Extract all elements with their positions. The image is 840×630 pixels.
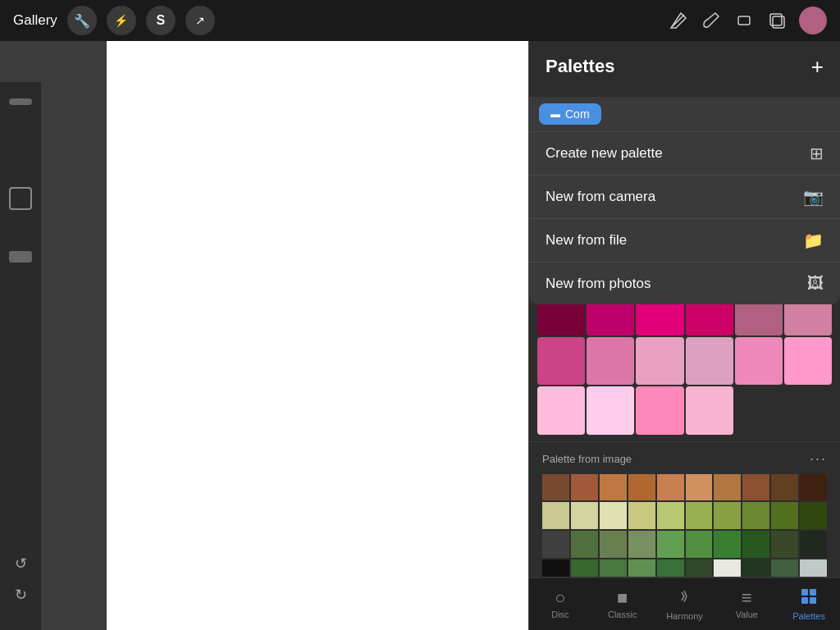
eraser-button[interactable] — [733, 10, 755, 31]
classic-icon: ■ — [617, 589, 628, 607]
nav-classic[interactable]: ■ Classic — [591, 578, 654, 630]
wrench-button[interactable]: 🔧 — [67, 6, 97, 35]
palette-list[interactable]: ✓ Untitled Palette from image ··· — [529, 251, 840, 630]
svg-rect-5 — [801, 597, 808, 604]
swatch[interactable] — [537, 337, 585, 385]
img-swatch[interactable] — [714, 474, 741, 501]
new-from-camera-item[interactable]: New from camera 📷 — [529, 175, 840, 218]
nav-harmony[interactable]: Harmony — [654, 578, 716, 630]
new-from-photos-item[interactable]: New from photos 🖼 — [529, 262, 840, 304]
selection-button[interactable]: S — [146, 6, 176, 35]
palettes-bottom-nav: ○ Disc ■ Classic Harmony ≡ Value — [529, 577, 840, 630]
opacity-slider[interactable] — [9, 251, 32, 262]
img-swatch[interactable] — [714, 502, 741, 529]
swatch[interactable] — [686, 337, 733, 385]
adjustments-button[interactable]: ⚡ — [107, 6, 136, 35]
palettes-title: Palettes — [546, 56, 614, 77]
layers-button[interactable] — [766, 10, 788, 31]
img-swatch[interactable] — [742, 531, 769, 558]
avatar[interactable] — [799, 7, 827, 34]
img-swatch[interactable] — [628, 502, 655, 529]
tab-compact[interactable]: ▬ Com — [539, 103, 601, 125]
img-swatch[interactable] — [657, 531, 684, 558]
img-swatch[interactable] — [800, 502, 827, 529]
svg-rect-2 — [773, 16, 784, 28]
camera-icon: 📷 — [803, 187, 824, 207]
img-swatch[interactable] — [600, 531, 627, 558]
drawing-canvas[interactable] — [107, 41, 528, 630]
color-square[interactable] — [9, 187, 32, 210]
nav-value[interactable]: ≡ Value — [715, 578, 778, 630]
dropdown-menu: Create new palette ⊞ New from camera 📷 N… — [529, 131, 840, 304]
img-swatch[interactable] — [742, 502, 769, 529]
img-swatch[interactable] — [542, 474, 569, 501]
undo-button[interactable]: ↺ — [11, 555, 30, 574]
img-swatch[interactable] — [600, 502, 627, 529]
img-swatch[interactable] — [686, 502, 713, 529]
swatch[interactable] — [686, 386, 733, 434]
swatch[interactable] — [587, 386, 634, 434]
img-swatch[interactable] — [571, 502, 598, 529]
redo-button[interactable]: ↻ — [11, 586, 30, 605]
img-swatch[interactable] — [542, 502, 569, 529]
top-toolbar: Gallery 🔧 ⚡ S ↗ — [0, 0, 840, 41]
value-icon: ≡ — [742, 589, 752, 607]
nav-disc[interactable]: ○ Disc — [529, 578, 591, 630]
new-from-photos-label: New from photos — [546, 276, 651, 292]
new-from-file-item[interactable]: New from file 📁 — [529, 218, 840, 262]
img-swatch[interactable] — [657, 502, 684, 529]
img-swatch[interactable] — [771, 531, 798, 558]
brush-size-slider[interactable] — [9, 98, 32, 105]
disc-label: Disc — [551, 609, 568, 619]
img-swatch[interactable] — [714, 531, 741, 558]
value-label: Value — [736, 609, 758, 619]
img-swatch[interactable] — [686, 531, 713, 558]
harmony-icon — [675, 587, 693, 609]
gallery-button[interactable]: Gallery — [13, 12, 57, 29]
classic-label: Classic — [608, 609, 637, 619]
img-swatch[interactable] — [742, 474, 769, 501]
swatch[interactable] — [636, 337, 683, 385]
swatch[interactable] — [735, 337, 783, 385]
img-swatch[interactable] — [628, 531, 655, 558]
create-palette-item[interactable]: Create new palette ⊞ — [529, 131, 840, 175]
svg-rect-3 — [801, 589, 808, 596]
transform-button[interactable]: ↗ — [185, 6, 215, 35]
img-swatch[interactable] — [800, 474, 827, 501]
img-swatch[interactable] — [628, 474, 655, 501]
toolbar-left: Gallery 🔧 ⚡ S ↗ — [13, 6, 215, 35]
img-swatch[interactable] — [800, 531, 827, 558]
svg-rect-6 — [810, 597, 816, 604]
brush-button[interactable] — [701, 10, 722, 31]
pen-tool-button[interactable] — [668, 10, 689, 31]
img-swatch[interactable] — [542, 531, 569, 558]
dropdown-overlay: ▬ Com Create new palette ⊞ New from came… — [529, 97, 840, 304]
tab-compact-icon: ▬ — [550, 108, 560, 120]
add-palette-button[interactable]: + — [811, 56, 824, 77]
nav-palettes[interactable]: Palettes — [778, 578, 840, 630]
swatch[interactable] — [784, 337, 832, 385]
palettes-panel: Palettes + ▬ Com Create new palette ⊞ Ne… — [528, 41, 840, 630]
tab-compact-label: Com — [565, 107, 590, 121]
swatch[interactable] — [537, 386, 585, 434]
img-swatch[interactable] — [571, 531, 598, 558]
img-swatch[interactable] — [657, 474, 684, 501]
img-swatch[interactable] — [600, 474, 627, 501]
palette-1-swatches — [542, 474, 827, 587]
swatch[interactable] — [587, 337, 634, 385]
img-swatch[interactable] — [571, 474, 598, 501]
new-from-camera-label: New from camera — [546, 189, 655, 205]
palette-section-1-more[interactable]: ··· — [810, 450, 827, 468]
left-sidebar: ↺ ↻ — [0, 82, 41, 630]
img-swatch[interactable] — [686, 474, 713, 501]
palettes-header: Palettes + — [529, 41, 840, 87]
sidebar-bottom: ↺ ↻ — [11, 555, 30, 605]
img-swatch[interactable] — [771, 474, 798, 501]
swatch[interactable] — [636, 386, 683, 434]
palettes-icon — [800, 587, 818, 609]
grid-icon: ⊞ — [810, 144, 824, 163]
img-swatch[interactable] — [771, 502, 798, 529]
palette-section-1-header: Palette from image ··· — [542, 450, 827, 468]
svg-rect-1 — [770, 14, 782, 25]
svg-rect-0 — [738, 16, 750, 25]
